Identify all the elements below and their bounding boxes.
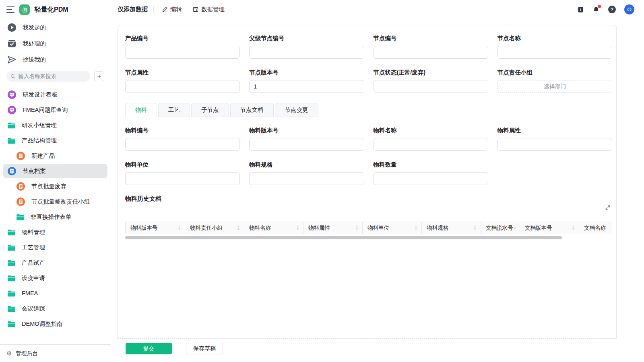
sidebar-item-rd-group-mgmt[interactable]: 研发小组管理 xyxy=(3,118,107,132)
field-label: 物料编号 xyxy=(125,127,240,134)
product-code-input[interactable] xyxy=(125,46,240,59)
column-header[interactable]: 物料规格 xyxy=(422,222,481,234)
sidebar-item-label: 节点档案 xyxy=(23,167,46,175)
material-name-input[interactable] xyxy=(374,138,488,151)
app-window: 轻量化PDM 我发起的 我处理的 抄送我的 + 研发设计看板 xyxy=(0,0,644,362)
column-header[interactable]: 物料责任小组 xyxy=(185,222,244,234)
node-version-input[interactable] xyxy=(249,80,364,93)
field-label: 物料单位 xyxy=(125,161,240,169)
submit-button[interactable]: 提交 xyxy=(126,343,172,354)
field-label: 节点属性 xyxy=(125,69,240,76)
sidebar-item-admin-console[interactable]: ⚙ 管理后台 xyxy=(0,344,111,362)
sort-icon[interactable] xyxy=(473,225,478,230)
field-label: 节点编号 xyxy=(374,35,488,42)
sidebar-item-fmea[interactable]: FMEA xyxy=(3,286,107,300)
column-header[interactable]: 物料单位 xyxy=(363,222,422,234)
sort-icon[interactable] xyxy=(513,225,517,230)
sidebar-item-product-structure[interactable]: 产品结构管理 xyxy=(3,133,107,148)
column-header[interactable]: 文档版本号 xyxy=(520,222,579,234)
changelog-button[interactable] xyxy=(577,6,584,13)
node-name-input[interactable] xyxy=(497,46,612,59)
divider xyxy=(153,6,154,13)
scrollbar-thumb[interactable] xyxy=(125,236,562,239)
sidebar-item-fmea-query[interactable]: FMEA问题库查询 xyxy=(3,103,107,117)
sort-icon[interactable] xyxy=(177,225,182,230)
field-label: 节点状态(正常/废弃) xyxy=(374,69,488,76)
sidebar-item-node-batch-discard[interactable]: 节点批量废弃 xyxy=(3,179,107,193)
data-manage-button[interactable]: 数据管理 xyxy=(190,6,227,13)
sort-icon[interactable] xyxy=(236,225,241,230)
add-button[interactable]: + xyxy=(94,71,104,81)
sidebar-item-label: 工艺管理 xyxy=(22,244,45,251)
edit-button[interactable]: 编辑 xyxy=(159,6,184,13)
sidebar-item-meeting-tracking[interactable]: 会议追踪 xyxy=(3,301,107,316)
sidebar-item-initiated-by-me[interactable]: 我发起的 xyxy=(3,20,107,35)
sidebar-item-label: FMEA xyxy=(22,290,38,296)
column-header[interactable]: 文档流水号 xyxy=(481,222,520,234)
sidebar-item-label: 研发小组管理 xyxy=(22,121,57,129)
tab-child-nodes[interactable]: 子节点 xyxy=(191,103,229,117)
sidebar-item-rd-design-board[interactable]: 研发设计看板 xyxy=(3,87,107,102)
search-box[interactable] xyxy=(6,71,90,82)
history-table-header: 物料版本号 物料责任小组 物料名称 物料属性 物料单位 物料规格 文档流水号 文… xyxy=(125,222,612,234)
sidebar-item-process-mgmt[interactable]: 工艺管理 xyxy=(3,240,107,255)
sidebar-item-label: 产品结构管理 xyxy=(22,137,57,144)
sidebar-item-trial-production[interactable]: 产品试产 xyxy=(3,255,107,270)
sidebar-item-node-batch-modify-group[interactable]: 节点批量修改责任小组 xyxy=(3,194,107,209)
search-input[interactable] xyxy=(19,73,86,79)
inbox-check-icon xyxy=(7,39,17,48)
save-draft-button[interactable]: 保存草稿 xyxy=(186,343,223,354)
sort-icon[interactable] xyxy=(571,225,576,230)
sidebar-item-new-product[interactable]: 新建产品 xyxy=(3,148,107,163)
column-header[interactable]: 物料版本号 xyxy=(126,222,185,234)
material-unit-input[interactable] xyxy=(125,172,240,185)
form-row-2: 节点属性 节点版本号 节点状态(正常/废弃) 节点责任小组 选择部门 xyxy=(125,69,612,93)
menu-toggle-icon[interactable] xyxy=(6,6,14,13)
node-code-input[interactable] xyxy=(374,46,488,59)
sidebar-item-handled-by-me[interactable]: 我处理的 xyxy=(3,36,107,51)
fullscreen-expand-icon[interactable] xyxy=(605,205,611,212)
sidebar-item-label: 新建产品 xyxy=(31,152,55,160)
document-circle-icon xyxy=(16,197,25,206)
sidebar-item-label: 节点批量废弃 xyxy=(31,183,66,190)
material-quantity-input[interactable] xyxy=(374,172,488,185)
sidebar-item-label: 设变申请 xyxy=(22,274,45,282)
avatar[interactable]: O xyxy=(624,4,634,14)
material-spec-input[interactable] xyxy=(249,172,364,185)
column-header[interactable]: 文档名称 xyxy=(579,222,612,234)
node-status-input[interactable] xyxy=(374,80,488,93)
sidebar-item-demo-guide[interactable]: DEMO调整指南 xyxy=(3,317,107,331)
sidebar-item-label: 我发起的 xyxy=(23,24,46,31)
select-department-button[interactable]: 选择部门 xyxy=(497,80,612,93)
tab-material[interactable]: 物料 xyxy=(125,103,157,117)
node-attribute-input[interactable] xyxy=(125,80,240,93)
sidebar-item-cc-to-me[interactable]: 抄送我的 xyxy=(3,52,107,67)
sidebar-item-node-archive[interactable]: 节点档案 xyxy=(3,164,107,178)
tab-node-documents[interactable]: 节点文档 xyxy=(230,103,274,117)
document-circle-icon xyxy=(16,151,25,160)
sidebar-item-label: 我处理的 xyxy=(23,40,46,47)
sidebar-item-change-request[interactable]: 设变申请 xyxy=(3,271,107,285)
notifications-button[interactable] xyxy=(592,6,600,13)
folder-icon xyxy=(7,290,16,297)
material-code-input[interactable] xyxy=(125,138,240,151)
field-label: 物料版本号 xyxy=(249,127,364,134)
material-version-input[interactable] xyxy=(249,138,364,151)
dashboard-icon xyxy=(7,90,17,99)
sidebar-item-indirect-forms[interactable]: 非直接操作表单 xyxy=(3,210,107,224)
sort-icon[interactable] xyxy=(413,225,419,230)
sort-icon[interactable] xyxy=(295,225,300,230)
sidebar-item-material-mgmt[interactable]: 物料管理 xyxy=(3,225,107,239)
column-header[interactable]: 物料名称 xyxy=(244,222,303,234)
parent-node-code-input[interactable] xyxy=(249,46,364,59)
tab-process[interactable]: 工艺 xyxy=(158,103,190,117)
folder-icon xyxy=(7,321,16,327)
sort-icon[interactable] xyxy=(354,225,359,230)
form-footer: 提交 保存草稿 xyxy=(118,339,617,362)
tab-node-changes[interactable]: 节点变更 xyxy=(275,103,318,117)
material-attribute-input[interactable] xyxy=(497,138,612,151)
help-icon[interactable]: ? xyxy=(608,6,616,13)
sidebar-item-label: 研发设计看板 xyxy=(23,91,58,99)
column-header[interactable]: 物料属性 xyxy=(303,222,363,234)
sidebar-search-row: + xyxy=(0,68,111,86)
